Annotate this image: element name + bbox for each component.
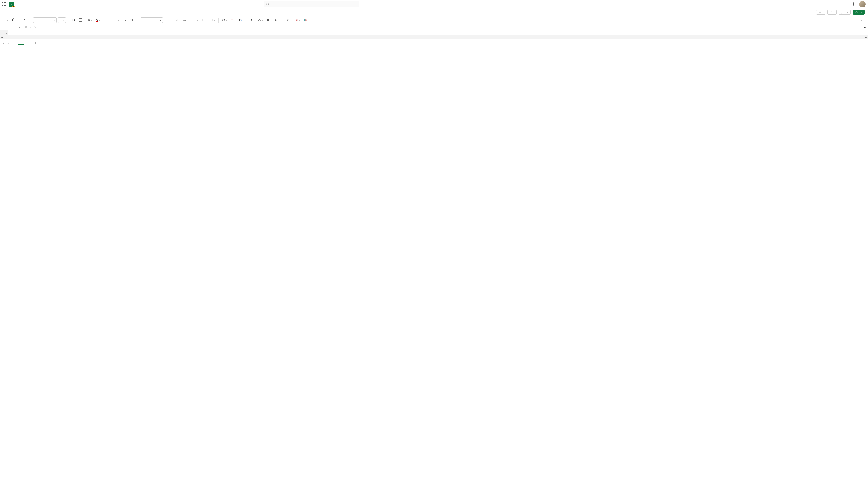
next-sheet-button[interactable]: › — [7, 42, 11, 45]
svg-rect-21 — [211, 19, 213, 21]
search-input[interactable] — [271, 2, 357, 6]
chevron-down-icon — [54, 20, 55, 21]
sheet-tab-top-customer-list[interactable] — [18, 41, 24, 45]
insert-chart-button[interactable] — [229, 17, 237, 23]
merge-button[interactable] — [129, 17, 136, 23]
chevron-down-icon — [134, 20, 135, 21]
chevron-down-icon — [299, 20, 300, 21]
excel-icon: X — [9, 2, 14, 7]
catch-up-button[interactable] — [827, 10, 837, 15]
collapse-ribbon-button[interactable] — [859, 17, 864, 23]
cancel-formula-button[interactable]: ✕ — [25, 25, 27, 29]
scroll-left-button[interactable]: ◂ — [0, 35, 4, 39]
addins-button[interactable] — [294, 17, 301, 23]
sensitivity-button[interactable] — [286, 17, 293, 23]
find-icon — [275, 19, 278, 22]
clear-button[interactable] — [257, 17, 264, 23]
font-size-select[interactable] — [58, 17, 66, 23]
font-name-select[interactable] — [33, 17, 57, 23]
chevron-down-icon — [205, 20, 207, 21]
ellipsis-icon: ··· — [103, 18, 107, 22]
decrease-decimal-button[interactable]: .0 — [175, 17, 180, 23]
svg-point-23 — [223, 19, 225, 21]
chevron-down-icon — [847, 12, 848, 13]
chart-icon — [230, 19, 233, 22]
svg-rect-12 — [130, 19, 133, 21]
prev-sheet-button[interactable]: ‹ — [1, 42, 5, 45]
svg-point-24 — [223, 19, 224, 21]
chevron-down-icon — [278, 20, 280, 21]
fill-color-button[interactable] — [86, 17, 93, 23]
select-all-corner[interactable] — [0, 30, 8, 35]
increase-decimal-button[interactable]: .00 — [182, 17, 187, 23]
eraser-icon — [258, 19, 261, 22]
align-button[interactable] — [113, 17, 120, 23]
horizontal-scrollbar[interactable]: ◂ ▸ — [0, 35, 868, 39]
scroll-right-button[interactable]: ▸ — [864, 35, 868, 39]
svg-rect-26 — [240, 19, 241, 21]
wrap-text-button[interactable] — [122, 17, 127, 23]
user-avatar[interactable] — [859, 1, 866, 8]
name-box[interactable] — [0, 24, 22, 30]
clipboard-icon — [12, 19, 15, 22]
copilot-button[interactable] — [302, 17, 308, 23]
search-icon — [266, 2, 270, 6]
svg-rect-30 — [296, 19, 298, 21]
tag-icon — [287, 19, 290, 22]
app-launcher-icon[interactable] — [2, 2, 7, 6]
expand-formula-bar-button[interactable] — [862, 26, 868, 29]
share-button[interactable] — [853, 10, 865, 15]
sheet-tab-bar: ‹ › + — [0, 39, 868, 47]
svg-line-29 — [277, 21, 278, 22]
svg-point-2 — [853, 3, 854, 4]
chevron-down-icon — [170, 20, 171, 21]
confirm-formula-button[interactable]: ✓ — [29, 25, 32, 29]
format-painter-button[interactable] — [23, 17, 28, 23]
svg-text:.00: .00 — [183, 19, 185, 21]
insert-cells-button[interactable] — [192, 17, 199, 23]
undo-button[interactable] — [2, 17, 9, 23]
sheet-tab-topcustomerdata[interactable] — [25, 41, 32, 45]
settings-button[interactable] — [851, 2, 855, 7]
sort-filter-button[interactable] — [265, 17, 272, 23]
chevron-down-icon — [63, 20, 65, 21]
paste-button[interactable] — [11, 17, 18, 23]
home-toolbar: B A ··· .0 .00 Σ — [0, 16, 868, 24]
svg-rect-31 — [297, 20, 297, 21]
font-color-button[interactable]: A — [95, 17, 101, 23]
delete-cells-icon — [202, 19, 205, 22]
more-font-button[interactable]: ··· — [102, 17, 108, 23]
insert-function-button[interactable]: fx — [34, 25, 36, 29]
chevron-down-icon — [160, 20, 161, 21]
svg-point-33 — [305, 19, 307, 21]
scroll-track[interactable] — [4, 36, 864, 38]
chevron-down-icon — [7, 20, 8, 21]
format-cells-button[interactable] — [209, 17, 216, 23]
editing-mode-button[interactable] — [838, 10, 851, 15]
currency-button[interactable] — [168, 17, 173, 23]
insert-link-button[interactable] — [221, 17, 228, 23]
ribbon-tabs — [0, 8, 868, 16]
pencil-icon — [841, 11, 844, 13]
addins-icon — [295, 19, 298, 22]
borders-button[interactable] — [78, 17, 85, 23]
comments-button[interactable] — [816, 10, 825, 15]
add-sheet-button[interactable]: + — [33, 41, 38, 46]
autosum-button[interactable]: Σ — [250, 17, 255, 23]
bold-button[interactable]: B — [71, 17, 77, 23]
svg-rect-7 — [24, 19, 26, 20]
chevron-down-icon — [99, 20, 100, 21]
find-button[interactable] — [274, 17, 281, 23]
all-sheets-button[interactable] — [12, 41, 17, 45]
search-box[interactable] — [264, 1, 359, 8]
svg-point-0 — [266, 3, 269, 5]
font-color-icon: A — [95, 18, 98, 22]
menu-icon — [13, 41, 16, 45]
chevron-down-icon — [234, 20, 236, 21]
number-format-select[interactable] — [141, 17, 163, 23]
svg-line-1 — [268, 5, 269, 6]
increase-decimal-icon: .00 — [183, 19, 186, 22]
insert-shape-button[interactable] — [238, 17, 245, 23]
undo-icon — [3, 19, 7, 22]
delete-cells-button[interactable] — [201, 17, 208, 23]
